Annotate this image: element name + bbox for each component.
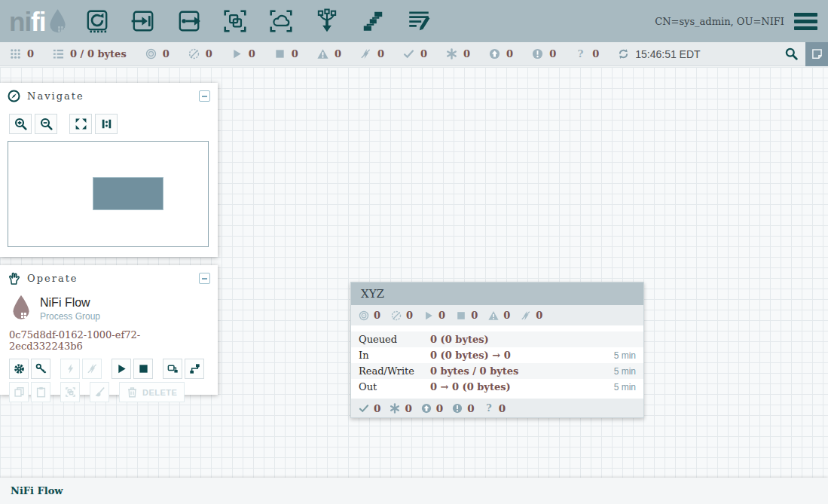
pg-sync-failure-count: 0 — [499, 402, 506, 414]
birdseye-minimap[interactable] — [8, 141, 209, 247]
group-icon — [65, 386, 76, 398]
not-transmitting-icon — [188, 48, 200, 60]
queued-count: 0 / 0 bytes — [70, 48, 127, 60]
copy-button[interactable] — [9, 382, 29, 402]
zoom-out-button[interactable] — [35, 114, 57, 134]
status-locally-modified-and-stale: 0 — [532, 48, 556, 60]
disabled-icon — [360, 48, 371, 60]
locally-modified-and-stale-count: 0 — [549, 48, 556, 60]
pg-running-count: 0 — [438, 310, 445, 321]
output-port-component-icon[interactable] — [176, 8, 202, 34]
copy-icon — [14, 386, 25, 398]
navigate-collapse-button[interactable] — [199, 90, 210, 102]
status-invalid: 0 — [317, 48, 341, 60]
paste-button[interactable] — [31, 382, 50, 402]
operate-selection-meta: NiFi Flow Process Group — [40, 294, 100, 322]
locally-modified-icon — [390, 403, 400, 414]
metric-row-out: Out 0 → 0 (0 bytes) 5 min — [351, 379, 643, 395]
active-threads-count: 0 — [27, 48, 34, 60]
disabled-count: 0 — [377, 48, 384, 60]
process-group-drop-icon — [11, 294, 32, 321]
status-disabled: 0 — [360, 48, 384, 60]
metric-row-in: In 0 (0 bytes) → 0 5 min — [351, 347, 643, 363]
status-stopped: 0 — [274, 48, 298, 60]
selection-type: Process Group — [40, 311, 100, 322]
logo-prefix: ni — [9, 7, 31, 36]
metric-value: 0 bytes / 0 bytes — [430, 365, 614, 377]
breadcrumb-root[interactable]: NiFi Flow — [11, 485, 63, 496]
access-policies-button[interactable] — [31, 359, 50, 379]
operate-panel-header: Operate — [0, 265, 218, 291]
queued-icon — [53, 48, 64, 60]
label-component-icon[interactable] — [406, 8, 432, 34]
metric-label: Out — [359, 381, 430, 393]
up-to-date-icon — [359, 403, 369, 414]
up-to-date-icon — [403, 48, 414, 60]
transmitting-icon — [145, 48, 157, 60]
refresh-icon[interactable] — [618, 48, 629, 60]
pg-locally-modified-count: 0 — [405, 402, 411, 414]
disable-button[interactable] — [82, 359, 102, 379]
status-transmitting: 0 — [145, 48, 170, 60]
funnel-component-icon[interactable] — [314, 8, 340, 34]
metric-row-queued: Queued 0 (0 bytes) — [351, 331, 643, 347]
compass-icon — [8, 90, 20, 102]
app-toolbar: nifi CN=sys_admin, OU=NIFI — [0, 0, 828, 42]
metric-value: 0 (0 bytes) — [430, 334, 636, 345]
process-group-component-icon[interactable] — [222, 8, 248, 34]
processor-component-icon[interactable] — [84, 8, 110, 34]
template-save-icon — [167, 363, 179, 374]
start-button[interactable] — [112, 359, 131, 379]
zoom-fit-button[interactable] — [69, 114, 92, 134]
nifi-logo: nifi — [0, 8, 68, 35]
operate-collapse-button[interactable] — [199, 273, 210, 284]
play-icon — [116, 363, 127, 374]
remote-process-group-component-icon[interactable] — [268, 8, 294, 34]
group-button[interactable] — [60, 382, 80, 402]
metric-label: Queued — [359, 334, 430, 345]
process-group-metrics: Queued 0 (0 bytes) In 0 (0 bytes) → 0 5 … — [351, 331, 643, 395]
change-color-button[interactable] — [90, 382, 109, 402]
pg-locally-modified-and-stale-count: 0 — [467, 402, 474, 414]
zoom-actual-size-button[interactable] — [95, 114, 118, 134]
navigate-panel: Navigate — [0, 83, 218, 257]
enable-button[interactable] — [60, 359, 80, 379]
selection-name: NiFi Flow — [40, 296, 100, 310]
input-port-component-icon[interactable] — [130, 8, 156, 34]
pg-not-transmitting-count: 0 — [406, 310, 413, 321]
global-menu-button[interactable] — [794, 13, 817, 30]
bulletin-board-button[interactable] — [805, 42, 828, 66]
template-component-icon[interactable] — [360, 8, 386, 34]
paste-icon — [35, 386, 47, 398]
current-user: CN=sys_admin, OU=NIFI — [655, 16, 784, 27]
bulletin-icon — [811, 48, 823, 60]
create-template-button[interactable] — [163, 359, 182, 379]
stopped-count: 0 — [292, 48, 298, 60]
metric-label: Read/Write — [359, 365, 430, 377]
process-group-stats-row: 0 0 0 0 0 0 — [351, 305, 643, 325]
not-transmitting-icon — [391, 310, 402, 321]
running-icon — [423, 310, 434, 321]
delete-button[interactable]: DELETE — [119, 382, 185, 402]
upload-template-button[interactable] — [185, 359, 204, 379]
stale-icon — [489, 48, 500, 60]
stop-button[interactable] — [133, 359, 153, 379]
active-threads-icon — [10, 48, 21, 60]
bolt-icon — [65, 363, 76, 374]
metric-value: 0 (0 bytes) → 0 — [430, 350, 614, 361]
status-sync-failure: 0 — [575, 48, 599, 60]
delete-button-label: DELETE — [142, 388, 177, 397]
process-group-xyz[interactable]: XYZ 0 0 0 0 0 0 Queued 0 (0 bytes) In — [350, 282, 644, 418]
navigate-controls — [0, 108, 218, 134]
template-upload-icon — [189, 363, 200, 374]
configuration-button[interactable] — [9, 359, 29, 379]
stopped-icon — [456, 310, 466, 321]
search-button[interactable] — [781, 44, 801, 64]
refresh-area: 15:46:51 EDT — [618, 48, 700, 60]
birdseye-component[interactable] — [93, 177, 163, 210]
status-up-to-date: 0 — [403, 48, 427, 60]
invalid-count: 0 — [335, 48, 341, 60]
metric-window: 5 min — [614, 382, 636, 393]
status-stale: 0 — [489, 48, 513, 60]
zoom-in-button[interactable] — [9, 114, 32, 134]
